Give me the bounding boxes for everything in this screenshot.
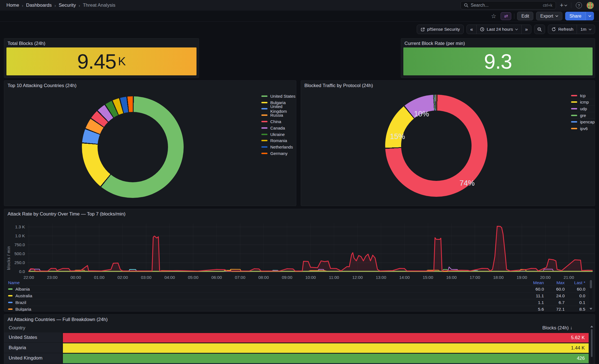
plus-icon: + <box>560 2 564 8</box>
scrollbar-thumb[interactable] <box>590 280 592 288</box>
y-axis-tick-label: 1.0 K <box>8 233 25 238</box>
favorite-star-button[interactable]: ☆ <box>489 12 498 20</box>
stat-block-rate-value: 9.3 <box>484 50 512 73</box>
refresh-group: Refresh 1m <box>548 25 595 34</box>
time-range-picker[interactable]: Last 24 hours <box>476 25 521 34</box>
column-header-blocks[interactable]: Blocks (24h) ↓ <box>62 325 586 331</box>
add-new-button[interactable]: + <box>560 1 567 9</box>
last-value: 0.0 <box>565 293 585 298</box>
legend-item[interactable]: China <box>261 118 296 125</box>
chevron-down-icon <box>564 4 567 6</box>
legend-item[interactable]: United States <box>261 93 296 99</box>
legend-item[interactable]: ipv6 <box>571 125 595 132</box>
legend-item[interactable]: icmp <box>571 99 595 106</box>
table-scrollbar[interactable] <box>590 325 593 364</box>
legend-label: Canada <box>270 126 285 130</box>
legend-item[interactable]: tcp <box>571 92 595 99</box>
max-value: 72.1 <box>544 307 565 312</box>
timeseries-plot[interactable] <box>27 222 595 274</box>
legend-label: United States <box>270 94 295 99</box>
series-color-swatch <box>261 140 267 141</box>
legend-item[interactable]: udp <box>571 106 595 112</box>
table-row[interactable]: United States 5.62 K <box>4 332 595 343</box>
series-color-swatch <box>8 288 13 290</box>
edit-button[interactable]: Edit <box>517 12 533 20</box>
user-avatar[interactable] <box>586 2 594 9</box>
series-color-swatch <box>571 108 577 109</box>
slice-percent-label: 74% <box>460 179 475 188</box>
stat-total-blocks-value: 9.45 <box>77 50 116 73</box>
refresh-button[interactable]: Refresh <box>548 25 577 34</box>
breadcrumb-security[interactable]: Security <box>59 3 76 8</box>
time-range-group: « Last 24 hours » <box>467 25 531 34</box>
legend-label: Netherlands <box>270 145 293 149</box>
column-header-max[interactable]: Max <box>544 280 565 285</box>
public-dashboard-toggle-button[interactable]: ⇄ <box>501 12 511 20</box>
legend-item[interactable]: Ukraine <box>261 131 296 138</box>
time-range-label: Last 24 hours <box>487 27 513 32</box>
legend-table-row[interactable]: Brazil 1.1 6.7 0.1 <box>8 299 585 306</box>
panel-attack-rate-timeseries: Attack Rate by Country Over Time — Top 7… <box>4 209 595 312</box>
series-color-swatch <box>571 121 577 123</box>
bar-gauge: 5.62 K <box>63 333 589 343</box>
table-header-row: Country Blocks (24h) ↓ <box>4 324 586 332</box>
export-button[interactable]: Export <box>536 12 562 20</box>
x-axis-tick-label: 14:00 <box>399 275 410 280</box>
legend-item[interactable]: Germany <box>261 150 296 157</box>
x-axis-tick-label: 21:00 <box>564 275 574 280</box>
datasource-link-button[interactable]: pfSense Security <box>417 25 464 34</box>
legend-table-row[interactable]: Bulgaria 5.6 72.1 8.5 <box>8 306 585 312</box>
series-color-swatch <box>261 127 267 129</box>
x-axis-tick-label: 08:00 <box>258 275 269 280</box>
scrollbar-thumb[interactable] <box>591 329 593 357</box>
zoom-out-button[interactable] <box>534 25 545 34</box>
help-icon: ? <box>576 2 582 8</box>
double-chevron-right-icon: » <box>525 27 528 32</box>
scrollbar-down-arrow[interactable] <box>589 308 592 310</box>
column-header-name[interactable]: Name <box>8 280 523 285</box>
refresh-interval-picker[interactable]: 1m <box>577 25 595 34</box>
column-header-mean[interactable]: Mean <box>523 280 544 285</box>
table-row[interactable]: Bulgaria 1.44 K <box>4 343 595 353</box>
breadcrumb-dashboards[interactable]: Dashboards <box>26 3 52 8</box>
legend-item[interactable]: Russia <box>261 112 296 118</box>
series-color-swatch <box>261 134 267 135</box>
search-input[interactable]: Search... ctrl+k <box>460 1 556 9</box>
time-shift-back-button[interactable]: « <box>467 25 476 34</box>
legend-scrollbar[interactable] <box>589 279 593 311</box>
series-color-swatch <box>8 295 13 296</box>
table-row[interactable]: United Kingdom 426 <box>4 353 595 363</box>
panel-title: All Attacking Countries — Full Breakdown… <box>8 317 108 322</box>
refresh-label: Refresh <box>558 27 573 32</box>
panel-block-rate: Current Block Rate (per min) 9.3 <box>401 38 595 78</box>
share-button[interactable]: Share <box>565 12 586 20</box>
time-shift-forward-button[interactable]: » <box>521 25 531 34</box>
legend-item[interactable]: Netherlands <box>261 144 296 150</box>
legend-item[interactable]: ipencap <box>571 119 595 125</box>
legend-item[interactable]: gre <box>571 112 595 119</box>
series-color-swatch <box>571 95 577 96</box>
column-header-country[interactable]: Country <box>4 325 62 331</box>
legend-item[interactable]: Canada <box>261 125 296 131</box>
mean-value: 11.1 <box>523 293 544 298</box>
series-color-swatch <box>571 101 577 103</box>
legend-item[interactable]: United Kingdom <box>261 106 296 112</box>
legend-table-row[interactable]: Albania 60.0 60.0 60.0 <box>8 286 585 292</box>
breadcrumb-separator: › <box>22 3 23 8</box>
protocol-donut-chart[interactable]: 74% 15% 10% <box>385 95 487 197</box>
chevron-down-icon <box>515 28 518 30</box>
breadcrumb-home[interactable]: Home <box>6 3 19 8</box>
dashboard-actions-bar: ☆ ⇄ Edit Export Share <box>0 11 599 22</box>
panel-countries-table: All Attacking Countries — Full Breakdown… <box>4 314 595 364</box>
share-menu-button[interactable] <box>586 12 594 20</box>
legend-table-row[interactable]: Australia 11.1 24.0 0.0 <box>8 292 585 299</box>
column-header-last[interactable]: Last * <box>565 280 585 285</box>
scrollbar-up-arrow[interactable] <box>590 325 593 327</box>
sort-desc-icon: ↓ <box>570 325 573 331</box>
help-button[interactable]: ? <box>575 1 583 9</box>
legend-item[interactable]: Romania <box>261 138 296 144</box>
max-value: 24.0 <box>544 293 565 298</box>
panel-top-countries: Top 10 Attacking Countries (24h) United … <box>4 80 296 206</box>
last-value: 0.1 <box>565 300 585 305</box>
top-countries-donut-chart[interactable] <box>82 96 184 198</box>
